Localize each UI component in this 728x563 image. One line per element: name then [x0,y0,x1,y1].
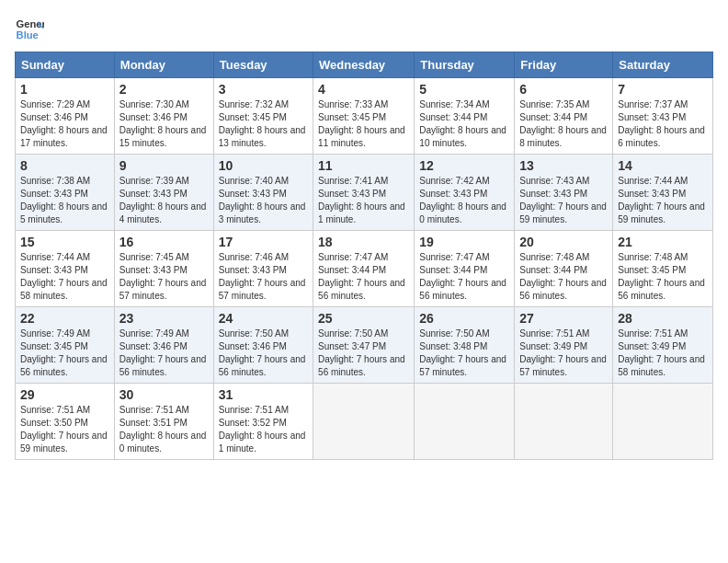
day-number: 26 [419,311,509,326]
day-number: 17 [219,235,308,249]
day-info: Sunrise: 7:40 AM Sunset: 3:43 PM Dayligh… [219,175,308,226]
calendar-day-cell: 29 Sunrise: 7:51 AM Sunset: 3:50 PM Dayl… [16,384,115,460]
daylight-label: Daylight: 7 hours and 56 minutes. [119,354,207,377]
sunrise-label: Sunrise: 7:40 AM [219,176,289,186]
calendar-day-cell: 23 Sunrise: 7:49 AM Sunset: 3:46 PM Dayl… [114,307,213,384]
calendar-day-cell: 4 Sunrise: 7:33 AM Sunset: 3:45 PM Dayli… [313,78,415,155]
calendar-day-cell: 21 Sunrise: 7:48 AM Sunset: 3:45 PM Dayl… [613,231,713,307]
daylight-label: Daylight: 7 hours and 57 minutes. [419,354,506,377]
day-number: 28 [618,311,708,326]
day-info: Sunrise: 7:51 AM Sunset: 3:49 PM Dayligh… [618,327,708,379]
day-info: Sunrise: 7:39 AM Sunset: 3:43 PM Dayligh… [119,175,209,226]
sunrise-label: Sunrise: 7:51 AM [618,328,688,339]
sunset-label: Sunset: 3:46 PM [20,112,88,122]
sunset-label: Sunset: 3:43 PM [519,189,587,199]
sunset-label: Sunset: 3:46 PM [119,112,188,122]
day-number: 21 [618,235,708,249]
calendar-day-cell: 27 Sunrise: 7:51 AM Sunset: 3:49 PM Dayl… [515,307,613,384]
calendar-day-cell: 10 Sunrise: 7:40 AM Sunset: 3:43 PM Dayl… [213,155,313,231]
day-info: Sunrise: 7:47 AM Sunset: 3:44 PM Dayligh… [318,251,409,303]
daylight-label: Daylight: 7 hours and 58 minutes. [20,278,108,301]
sunrise-label: Sunrise: 7:42 AM [419,176,489,186]
calendar-day-cell: 1 Sunrise: 7:29 AM Sunset: 3:46 PM Dayli… [16,78,115,155]
sunset-label: Sunset: 3:43 PM [20,189,88,199]
weekday-header: Saturday [613,52,713,78]
day-info: Sunrise: 7:44 AM Sunset: 3:43 PM Dayligh… [618,175,708,226]
sunset-label: Sunset: 3:43 PM [219,265,287,275]
daylight-label: Daylight: 7 hours and 56 minutes. [618,278,705,301]
sunrise-label: Sunrise: 7:50 AM [318,328,388,339]
calendar-day-cell: 5 Sunrise: 7:34 AM Sunset: 3:44 PM Dayli… [415,78,515,155]
daylight-label: Daylight: 8 hours and 11 minutes. [318,125,405,148]
sunset-label: Sunset: 3:44 PM [519,265,587,275]
sunrise-label: Sunrise: 7:44 AM [20,252,90,262]
day-info: Sunrise: 7:50 AM Sunset: 3:46 PM Dayligh… [219,327,308,379]
day-info: Sunrise: 7:49 AM Sunset: 3:46 PM Dayligh… [119,327,209,379]
sunrise-label: Sunrise: 7:45 AM [119,252,189,262]
sunset-label: Sunset: 3:43 PM [419,189,487,199]
sunrise-label: Sunrise: 7:51 AM [20,405,90,415]
calendar-week-row: 29 Sunrise: 7:51 AM Sunset: 3:50 PM Dayl… [16,384,713,460]
svg-text:Blue: Blue [17,29,39,40]
sunset-label: Sunset: 3:45 PM [219,112,287,122]
calendar-day-cell: 14 Sunrise: 7:44 AM Sunset: 3:43 PM Dayl… [613,155,713,231]
sunrise-label: Sunrise: 7:51 AM [119,405,189,415]
day-info: Sunrise: 7:50 AM Sunset: 3:48 PM Dayligh… [419,327,509,379]
sunrise-label: Sunrise: 7:49 AM [119,328,189,339]
weekday-header: Sunday [16,52,115,78]
sunrise-label: Sunrise: 7:38 AM [20,176,90,186]
sunset-label: Sunset: 3:45 PM [618,265,686,275]
day-number: 5 [419,82,509,97]
day-number: 9 [119,158,209,173]
daylight-label: Daylight: 7 hours and 57 minutes. [219,278,306,301]
sunrise-label: Sunrise: 7:43 AM [519,176,589,186]
sunrise-label: Sunrise: 7:51 AM [219,405,289,415]
sunset-label: Sunset: 3:46 PM [219,341,287,351]
calendar-week-row: 22 Sunrise: 7:49 AM Sunset: 3:45 PM Dayl… [16,307,713,384]
sunrise-label: Sunrise: 7:33 AM [318,99,388,109]
daylight-label: Daylight: 8 hours and 8 minutes. [519,125,607,148]
day-number: 10 [219,158,308,173]
day-number: 11 [318,158,409,173]
day-info: Sunrise: 7:48 AM Sunset: 3:45 PM Dayligh… [618,251,708,303]
sunrise-label: Sunrise: 7:51 AM [519,328,589,339]
daylight-label: Daylight: 7 hours and 56 minutes. [419,278,506,301]
daylight-label: Daylight: 7 hours and 57 minutes. [519,354,607,377]
daylight-label: Daylight: 8 hours and 5 minutes. [20,201,108,224]
calendar-day-cell [313,384,415,460]
day-info: Sunrise: 7:51 AM Sunset: 3:49 PM Dayligh… [519,327,608,379]
sunset-label: Sunset: 3:44 PM [519,112,587,122]
daylight-label: Daylight: 7 hours and 59 minutes. [519,201,607,224]
day-info: Sunrise: 7:32 AM Sunset: 3:45 PM Dayligh… [219,98,308,150]
calendar-day-cell: 30 Sunrise: 7:51 AM Sunset: 3:51 PM Dayl… [114,384,213,460]
daylight-label: Daylight: 8 hours and 3 minutes. [219,201,306,224]
sunset-label: Sunset: 3:45 PM [20,341,88,351]
day-number: 30 [119,387,209,402]
calendar-day-cell: 26 Sunrise: 7:50 AM Sunset: 3:48 PM Dayl… [415,307,515,384]
day-info: Sunrise: 7:51 AM Sunset: 3:52 PM Dayligh… [219,404,308,455]
calendar-week-row: 8 Sunrise: 7:38 AM Sunset: 3:43 PM Dayli… [16,155,713,231]
calendar-week-row: 15 Sunrise: 7:44 AM Sunset: 3:43 PM Dayl… [16,231,713,307]
day-number: 29 [20,387,109,402]
calendar-day-cell: 11 Sunrise: 7:41 AM Sunset: 3:43 PM Dayl… [313,155,415,231]
calendar-day-cell: 13 Sunrise: 7:43 AM Sunset: 3:43 PM Dayl… [515,155,613,231]
day-number: 31 [219,387,308,402]
sunset-label: Sunset: 3:43 PM [618,189,686,199]
sunset-label: Sunset: 3:47 PM [318,341,386,351]
sunset-label: Sunset: 3:44 PM [318,265,386,275]
day-number: 1 [20,82,109,97]
sunrise-label: Sunrise: 7:46 AM [219,252,289,262]
sunrise-label: Sunrise: 7:41 AM [318,176,388,186]
sunrise-label: Sunrise: 7:47 AM [318,252,388,262]
sunrise-label: Sunrise: 7:48 AM [519,252,589,262]
sunrise-label: Sunrise: 7:50 AM [419,328,489,339]
day-number: 14 [618,158,708,173]
day-info: Sunrise: 7:44 AM Sunset: 3:43 PM Dayligh… [20,251,109,303]
day-number: 27 [519,311,608,326]
sunset-label: Sunset: 3:43 PM [119,265,188,275]
sunrise-label: Sunrise: 7:37 AM [618,99,688,109]
sunrise-label: Sunrise: 7:32 AM [219,99,289,109]
day-number: 7 [618,82,708,97]
sunset-label: Sunset: 3:49 PM [618,341,686,351]
calendar-day-cell: 15 Sunrise: 7:44 AM Sunset: 3:43 PM Dayl… [16,231,115,307]
